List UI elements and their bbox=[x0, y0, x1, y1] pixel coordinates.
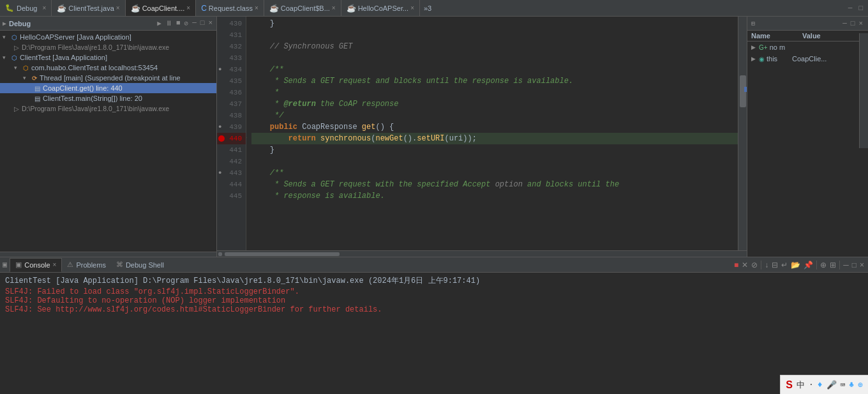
code-line-431 bbox=[251, 29, 738, 41]
tab-coapclient-close[interactable]: × bbox=[186, 4, 190, 11]
tree-item-label: Thread [main] (Suspended (breakpoint at … bbox=[40, 74, 181, 82]
console-output[interactable]: ClientTest [Java Application] D:\Program… bbox=[0, 273, 868, 394]
tab-hellocoapser-close[interactable]: × bbox=[410, 4, 414, 11]
tab-coapclientb[interactable]: ☕ CoapClient$B... × bbox=[264, 0, 341, 16]
tab-clienttest-close[interactable]: × bbox=[116, 4, 120, 11]
ime-settings-btn[interactable]: ♣ bbox=[849, 380, 854, 390]
tree-item-label: HelloCoAPServer [Java Application] bbox=[20, 33, 131, 41]
code-line-437: * @return the CoAP response bbox=[251, 98, 738, 110]
var-this-name: this bbox=[767, 55, 792, 63]
terminate-btn[interactable]: ■ bbox=[175, 19, 182, 27]
editor-vscrollbar[interactable] bbox=[738, 17, 747, 250]
tab-clienttest[interactable]: ☕ ClientTest.java × bbox=[52, 0, 125, 16]
list-item[interactable]: ▾ ⬡ ClientTest [Java Application] bbox=[0, 52, 216, 63]
java-file-icon: ☕ bbox=[57, 4, 66, 13]
console-icon: ▣ bbox=[15, 261, 22, 269]
panel-minimize-btn[interactable]: ─ bbox=[191, 19, 198, 27]
java-file-icon-4: ☕ bbox=[347, 4, 356, 13]
static-var-icon: G+ bbox=[759, 44, 768, 51]
tab-console[interactable]: ▣ Console × bbox=[10, 258, 62, 272]
var-row-static[interactable]: ▶ G+ no m bbox=[747, 42, 868, 53]
code-content[interactable]: } // Synchronous GET /** bbox=[246, 17, 738, 250]
code-line-442 bbox=[251, 156, 738, 167]
console-line-1: SLF4J: Failed to load class "org.slf4j.i… bbox=[5, 287, 863, 296]
debug-panel-hscroll[interactable] bbox=[0, 252, 216, 257]
console-scroll-end-btn[interactable]: ↓ bbox=[763, 261, 770, 269]
resume-btn[interactable]: ▶ bbox=[156, 19, 163, 27]
ime-punct-btn[interactable]: · bbox=[809, 380, 814, 390]
panel-close-btn[interactable]: × bbox=[207, 19, 214, 27]
list-item[interactable]: ▾ ⬡ HelloCoAPServer [Java Application] bbox=[0, 32, 216, 42]
code-line-430: } bbox=[251, 18, 738, 29]
pkg-icon: ⬡ bbox=[23, 64, 29, 72]
app-icon-2: ⬡ bbox=[11, 54, 17, 61]
console-minimize-btn[interactable]: ─ bbox=[842, 261, 850, 269]
var-row-this[interactable]: ▶ ◉ this CoapClie... bbox=[747, 53, 868, 64]
process-icon-2: ▷ bbox=[14, 105, 19, 112]
code-editor: 430 431 432 433 ●434 435 436 437 438 ●43… bbox=[217, 17, 747, 257]
console-remove-btn[interactable]: ✕ bbox=[740, 261, 749, 269]
tab-hellocoapser-label: HelloCoAPSer... bbox=[358, 4, 408, 12]
console-pin-btn[interactable]: 📌 bbox=[802, 261, 814, 269]
vars-maximize-btn[interactable]: □ bbox=[849, 20, 857, 27]
ime-voice-btn[interactable]: 🎤 bbox=[827, 380, 837, 390]
tab-overflow[interactable]: »3 bbox=[420, 0, 435, 16]
console-tab-close[interactable]: × bbox=[53, 261, 57, 268]
tab-request[interactable]: C Request.class × bbox=[196, 0, 264, 16]
code-line-438: */ bbox=[251, 110, 738, 121]
console-close-btn[interactable]: × bbox=[858, 261, 865, 269]
tab-request-close[interactable]: × bbox=[255, 4, 258, 11]
debug-shell-tab-label: Debug Shell bbox=[126, 261, 164, 269]
console-maximize-btn[interactable]: □ bbox=[851, 261, 858, 269]
expand-icon: ▾ bbox=[3, 54, 11, 61]
editor-minimize-btn[interactable]: ─ bbox=[846, 4, 855, 12]
tab-coapclient[interactable]: ☕ CoapClient.... × bbox=[126, 0, 197, 16]
console-line-2: SLF4J: Defaulting to no-operation (NOP) … bbox=[5, 296, 863, 305]
debug-tree: ▾ ⬡ HelloCoAPServer [Java Application] ▷… bbox=[0, 31, 216, 252]
vars-vscrollbar[interactable] bbox=[859, 33, 868, 148]
ime-keyboard-btn[interactable]: ⌨ bbox=[841, 380, 846, 390]
code-line-435: * Sends a GET request and blocks until t… bbox=[251, 75, 738, 87]
console-header: ClientTest [Java Application] D:\Program… bbox=[5, 275, 863, 286]
tab-coapclientb-close[interactable]: × bbox=[332, 4, 336, 11]
debug-tab-close[interactable]: × bbox=[42, 4, 46, 11]
list-item[interactable]: ▤ ClientTest.main(String[]) line: 20 bbox=[0, 93, 216, 103]
tree-item-label: D:\Program Files\Java\jre1.8.0_171\bin\j… bbox=[22, 43, 169, 51]
tab-request-label: Request.class bbox=[209, 4, 253, 12]
disconnect-btn[interactable]: ⊘ bbox=[183, 19, 190, 27]
console-scroll-lock-btn[interactable]: ⊟ bbox=[770, 261, 779, 269]
list-item[interactable]: ▤ CoapClient.get() line: 440 bbox=[0, 83, 216, 93]
variables-tree: ▶ G+ no m ▶ ◉ this CoapClie... bbox=[747, 42, 868, 257]
debug-panel-title: Debug bbox=[9, 20, 31, 27]
tab-debug-shell[interactable]: ⌘ Debug Shell bbox=[111, 258, 169, 272]
list-item[interactable]: ▷ D:\Program Files\Java\jre1.8.0_171\bin… bbox=[0, 42, 216, 52]
vars-minimize-btn[interactable]: ─ bbox=[841, 20, 848, 27]
debug-panel-tab[interactable]: 🐛 Debug × bbox=[0, 0, 52, 16]
console-tab-label: Console bbox=[24, 261, 50, 269]
ime-chinese-btn[interactable]: 中 bbox=[797, 379, 805, 391]
ime-shape-btn[interactable]: ♦ bbox=[818, 380, 823, 390]
editor-maximize-btn[interactable]: □ bbox=[856, 4, 865, 12]
ime-extra-btn[interactable]: ⊕ bbox=[858, 380, 863, 390]
console-display-btn[interactable]: ⊞ bbox=[828, 261, 837, 269]
vars-close-btn[interactable]: × bbox=[857, 20, 864, 27]
console-new-btn[interactable]: ⊕ bbox=[819, 261, 828, 269]
console-word-wrap-btn[interactable]: ↵ bbox=[780, 261, 789, 269]
java-file-icon-2: ☕ bbox=[131, 4, 140, 13]
suspend-btn[interactable]: ⏸ bbox=[164, 19, 174, 27]
tab-coapclientb-label: CoapClient$B... bbox=[281, 4, 330, 12]
tab-problems[interactable]: ⚠ Problems bbox=[62, 258, 110, 272]
console-clear-btn[interactable]: ⊘ bbox=[750, 261, 759, 269]
list-item[interactable]: ▷ D:\Program Files\Java\jre1.8.0_171\bin… bbox=[0, 103, 216, 114]
console-open-file-btn[interactable]: 📂 bbox=[789, 261, 802, 269]
editor-hscrollbar[interactable] bbox=[217, 250, 747, 257]
console-terminate-btn[interactable]: ■ bbox=[733, 261, 740, 269]
code-line-443: /** bbox=[251, 167, 738, 179]
tree-item-label: CoapClient.get() line: 440 bbox=[43, 84, 123, 92]
panel-maximize-btn[interactable]: □ bbox=[199, 19, 206, 27]
debug-shell-icon: ⌘ bbox=[116, 261, 123, 269]
list-item[interactable]: ▾ ⟳ Thread [main] (Suspended (breakpoint… bbox=[0, 73, 216, 83]
tab-hellocoapser[interactable]: ☕ HelloCoAPSer... × bbox=[341, 0, 420, 16]
list-item[interactable]: ▾ ⬡ com.huabo.ClientTest at localhost:53… bbox=[0, 63, 216, 73]
java-file-icon-3: ☕ bbox=[269, 4, 279, 13]
